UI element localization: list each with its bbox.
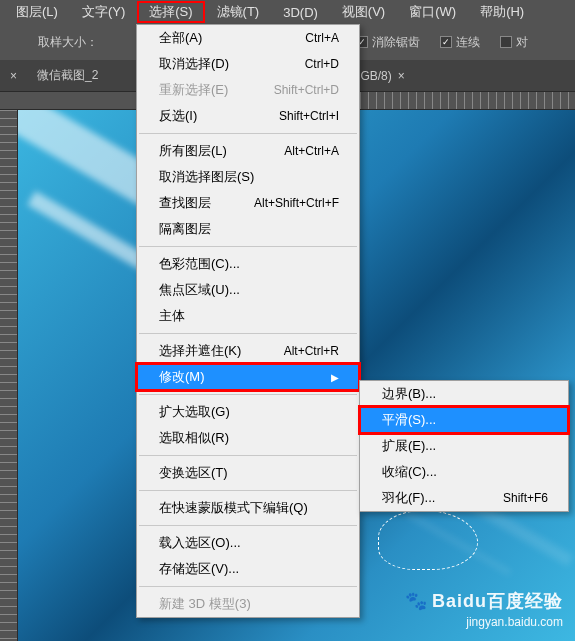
menu-item-label: 主体 — [159, 307, 185, 325]
menu-item-label: 扩大选取(G) — [159, 403, 230, 421]
ruler-vertical — [0, 110, 18, 641]
menu-item-feather[interactable]: 羽化(F)... Shift+F6 — [360, 485, 568, 511]
menu-separator — [139, 490, 357, 491]
contiguous-option[interactable]: 连续 — [440, 34, 480, 51]
paw-icon: 🐾 — [405, 589, 428, 614]
menu-item-label: 色彩范围(C)... — [159, 255, 240, 273]
menu-item-similar[interactable]: 选取相似(R) — [137, 425, 359, 451]
shortcut-text: Alt+Ctrl+A — [284, 144, 339, 158]
menu-select[interactable]: 选择(S) — [137, 1, 204, 23]
menu-separator — [139, 394, 357, 395]
checkbox-icon — [440, 36, 452, 48]
menu-layer[interactable]: 图层(L) — [4, 1, 70, 23]
menu-item-label: 收缩(C)... — [382, 463, 437, 481]
menu-item-label: 平滑(S)... — [382, 411, 436, 429]
sample-all-option[interactable]: 对 — [500, 34, 528, 51]
menu-item-load-selection[interactable]: 载入选区(O)... — [137, 530, 359, 556]
menu-item-expand[interactable]: 扩展(E)... — [360, 433, 568, 459]
menu-separator — [139, 455, 357, 456]
contiguous-label: 连续 — [456, 34, 480, 51]
menu-item-label: 反选(I) — [159, 107, 197, 125]
menu-item-save-selection[interactable]: 存储选区(V)... — [137, 556, 359, 582]
menu-separator — [139, 586, 357, 587]
menu-item-label: 修改(M) — [159, 368, 205, 386]
menu-separator — [139, 246, 357, 247]
menu-item-label: 边界(B)... — [382, 385, 436, 403]
menu-item-label: 所有图层(L) — [159, 142, 227, 160]
menu-item-label: 查找图层 — [159, 194, 211, 212]
modify-submenu: 边界(B)... 平滑(S)... 扩展(E)... 收缩(C)... 羽化(F… — [359, 380, 569, 512]
menu-separator — [139, 333, 357, 334]
menu-item-focus-area[interactable]: 焦点区域(U)... — [137, 277, 359, 303]
shortcut-text: Shift+Ctrl+I — [279, 109, 339, 123]
antialias-option[interactable]: 消除锯齿 — [356, 34, 420, 51]
menu-item-label: 羽化(F)... — [382, 489, 435, 507]
shortcut-text: Ctrl+A — [305, 31, 339, 45]
menu-item-label: 载入选区(O)... — [159, 534, 241, 552]
menu-item-select-and-mask[interactable]: 选择并遮住(K) Alt+Ctrl+R — [137, 338, 359, 364]
sample-size-label: 取样大小： — [38, 34, 98, 51]
menu-item-modify[interactable]: 修改(M) ▶ — [137, 364, 359, 390]
menu-item-smooth[interactable]: 平滑(S)... — [360, 407, 568, 433]
menu-item-deselect[interactable]: 取消选择(D) Ctrl+D — [137, 51, 359, 77]
menu-help[interactable]: 帮助(H) — [468, 1, 536, 23]
menu-item-all-layers[interactable]: 所有图层(L) Alt+Ctrl+A — [137, 138, 359, 164]
menu-item-label: 重新选择(E) — [159, 81, 228, 99]
menu-item-label: 扩展(E)... — [382, 437, 436, 455]
menu-item-label: 焦点区域(U)... — [159, 281, 240, 299]
menu-item-label: 新建 3D 模型(3) — [159, 595, 251, 613]
menu-item-all[interactable]: 全部(A) Ctrl+A — [137, 25, 359, 51]
menu-item-contract[interactable]: 收缩(C)... — [360, 459, 568, 485]
close-icon[interactable]: × — [398, 69, 405, 83]
menu-item-label: 选取相似(R) — [159, 429, 229, 447]
watermark-url: jingyan.baidu.com — [405, 614, 563, 631]
antialias-label: 消除锯齿 — [372, 34, 420, 51]
tab-label: 微信截图_2 — [37, 67, 98, 84]
watermark: 🐾Baidu百度经验 jingyan.baidu.com — [405, 589, 563, 631]
document-tab-1[interactable]: 微信截图_2 — [27, 67, 108, 84]
checkbox-icon — [500, 36, 512, 48]
menu-filter[interactable]: 滤镜(T) — [205, 1, 272, 23]
menu-item-isolate-layers[interactable]: 隔离图层 — [137, 216, 359, 242]
close-icon[interactable]: × — [0, 69, 27, 83]
select-menu-dropdown: 全部(A) Ctrl+A 取消选择(D) Ctrl+D 重新选择(E) Shif… — [136, 24, 360, 618]
selection-marquee — [378, 510, 478, 570]
sample-all-label: 对 — [516, 34, 528, 51]
menu-item-label: 取消选择(D) — [159, 55, 229, 73]
menu-item-find-layers[interactable]: 查找图层 Alt+Shift+Ctrl+F — [137, 190, 359, 216]
menu-3d[interactable]: 3D(D) — [271, 3, 330, 22]
shortcut-text: Alt+Ctrl+R — [284, 344, 339, 358]
menu-item-label: 选择并遮住(K) — [159, 342, 241, 360]
menu-item-reselect: 重新选择(E) Shift+Ctrl+D — [137, 77, 359, 103]
menu-view[interactable]: 视图(V) — [330, 1, 397, 23]
submenu-arrow-icon: ▶ — [319, 372, 339, 383]
menu-item-color-range[interactable]: 色彩范围(C)... — [137, 251, 359, 277]
shortcut-text: Shift+Ctrl+D — [274, 83, 339, 97]
menu-item-label: 存储选区(V)... — [159, 560, 239, 578]
menu-item-quick-mask[interactable]: 在快速蒙版模式下编辑(Q) — [137, 495, 359, 521]
watermark-brand: 🐾Baidu百度经验 — [405, 589, 563, 614]
menu-item-label: 在快速蒙版模式下编辑(Q) — [159, 499, 308, 517]
menu-item-label: 全部(A) — [159, 29, 202, 47]
menu-separator — [139, 525, 357, 526]
menu-type[interactable]: 文字(Y) — [70, 1, 137, 23]
menu-separator — [139, 133, 357, 134]
menu-item-label: 变换选区(T) — [159, 464, 228, 482]
menu-item-label: 取消选择图层(S) — [159, 168, 254, 186]
shortcut-text: Shift+F6 — [503, 491, 548, 505]
menu-item-inverse[interactable]: 反选(I) Shift+Ctrl+I — [137, 103, 359, 129]
shortcut-text: Ctrl+D — [305, 57, 339, 71]
menu-item-border[interactable]: 边界(B)... — [360, 381, 568, 407]
shortcut-text: Alt+Shift+Ctrl+F — [254, 196, 339, 210]
menu-item-label: 隔离图层 — [159, 220, 211, 238]
menu-item-grow[interactable]: 扩大选取(G) — [137, 399, 359, 425]
menu-item-new-3d: 新建 3D 模型(3) — [137, 591, 359, 617]
menu-item-deselect-layers[interactable]: 取消选择图层(S) — [137, 164, 359, 190]
menu-item-subject[interactable]: 主体 — [137, 303, 359, 329]
menubar: 图层(L) 文字(Y) 选择(S) 滤镜(T) 3D(D) 视图(V) 窗口(W… — [0, 0, 575, 24]
menu-window[interactable]: 窗口(W) — [397, 1, 468, 23]
menu-item-transform-selection[interactable]: 变换选区(T) — [137, 460, 359, 486]
